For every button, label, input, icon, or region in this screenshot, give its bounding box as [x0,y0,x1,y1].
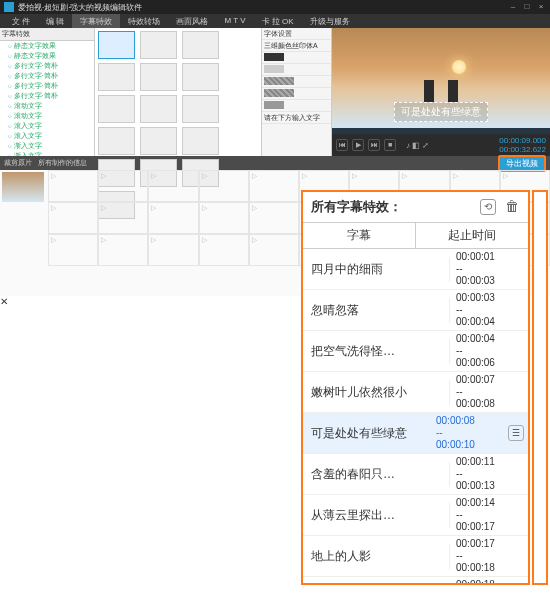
prop-color[interactable] [262,52,331,64]
tree-tab[interactable]: 字幕特效 [0,28,94,41]
menu-subtitle[interactable]: 字幕特效 [72,14,120,28]
tree-node[interactable]: 滚动文字 [0,111,94,121]
tree-node[interactable]: 多行文字·简朴 [0,81,94,91]
menu-edit[interactable]: 编 辑 [38,14,72,28]
tree-node[interactable]: 多行文字·简朴 [0,71,94,81]
preset-cell[interactable] [182,31,219,59]
menu-bar: 文 件 编 辑 字幕特效 特效转场 画面风格 M T V 卡 拉 OK 升级与服… [0,14,550,28]
timeline-slot[interactable] [148,170,198,202]
subtitle-time: 00:00:03--00:00:04 [450,290,528,330]
trash-icon[interactable]: 🗑 [504,199,520,215]
preview-caption[interactable]: 可是处处有些绿意 [394,102,488,122]
figure-silhouette [448,80,458,102]
tree-node[interactable]: 滚动文字 [0,101,94,111]
tree-node[interactable]: 静态文字效果 [0,51,94,61]
prop-colorpick[interactable] [262,100,331,112]
prop-section: 字体设置 [262,28,331,40]
preset-cell[interactable] [98,95,135,123]
back-icon[interactable]: ⟲ [480,199,496,215]
share-icons[interactable]: ♪ ◧ ⤢ [406,141,429,150]
subtitle-row[interactable]: 四月中的细雨00:00:01--00:00:03 [303,249,528,290]
stop-button[interactable]: ■ [384,139,396,151]
timeline-slot[interactable] [249,202,299,234]
subtitle-list[interactable]: 四月中的细雨00:00:01--00:00:03忽晴忽落00:00:03--00… [303,249,528,583]
subtitle-time: 00:00:11--00:00:13 [450,454,528,494]
tree-node[interactable]: 渐入文字 [0,151,94,156]
menu-upgrade[interactable]: 升级与服务 [302,14,358,28]
subtitle-text: 把空气洗得怪… [303,339,450,364]
prop-pattern2[interactable] [262,88,331,100]
prop-shadow[interactable] [262,64,331,76]
preset-cell[interactable] [140,127,177,155]
play-button[interactable]: ▶ [352,139,364,151]
video-preview[interactable]: 可是处处有些绿意 [332,28,550,128]
timeline-slot[interactable] [199,170,249,202]
popup-columns: 字幕 起止时间 [303,223,528,249]
preset-cell[interactable] [182,127,219,155]
prop-font[interactable]: 三维颜色丝印体A [262,40,331,52]
subtitle-time: 00:00:08--00:00:10 [430,413,508,453]
timeline-slot[interactable] [48,170,98,202]
subtitle-row[interactable]: 从薄云里探出…00:00:14--00:00:17 [303,495,528,536]
preset-cell[interactable] [98,63,135,91]
subtitle-text: 可是处处有些绿意 [303,421,430,446]
tree-node[interactable]: 多行文字·简朴 [0,61,94,71]
timeline-slot[interactable] [48,234,98,266]
preset-cell[interactable] [182,63,219,91]
menu-file[interactable]: 文 件 [4,14,38,28]
timeline-slot[interactable] [48,202,98,234]
preset-cell[interactable] [140,95,177,123]
subtitle-row[interactable]: 忽晴忽落00:00:03--00:00:04 [303,290,528,331]
tree-node[interactable]: 滚入文字 [0,131,94,141]
timeline-slot[interactable] [98,170,148,202]
timeline-slot[interactable] [199,234,249,266]
subtitle-row[interactable]: 可是处处有些绿意00:00:08--00:00:10☰ [303,413,528,454]
tree-node[interactable]: 滚入文字 [0,121,94,131]
prop-input[interactable]: 请在下方输入文字 [262,112,331,124]
timeline-slot[interactable] [98,234,148,266]
export-button[interactable]: 导出视频 [498,155,546,172]
minimize-button[interactable]: – [508,2,518,12]
menu-mtv[interactable]: M T V [216,14,253,28]
subtitle-row[interactable]: 树影00:00:18--00:00:19 [303,577,528,583]
subtitle-row[interactable]: 地上的人影00:00:17--00:00:18 [303,536,528,577]
app-title: 爱拍视·超短剧·强大的视频编辑软件 [18,2,142,13]
prop-pattern[interactable] [262,76,331,88]
right-ruler [532,190,548,585]
menu-transition[interactable]: 特效转场 [120,14,168,28]
tree-node[interactable]: 静态文字效果 [0,41,94,51]
maximize-button[interactable]: □ [522,2,532,12]
preset-cell[interactable] [140,31,177,59]
subtitle-row[interactable]: 含羞的春阳只…00:00:11--00:00:13 [303,454,528,495]
timeline-tab-a[interactable]: 裁剪原片 [4,158,32,168]
timeline-slot[interactable] [249,234,299,266]
timeline-slot[interactable] [148,202,198,234]
menu-karaoke[interactable]: 卡 拉 OK [254,14,302,28]
timeline-thumbs [0,170,48,280]
timeline-slot[interactable] [199,202,249,234]
subtitle-text: 四月中的细雨 [303,257,450,282]
preset-cell[interactable] [98,127,135,155]
preset-cell[interactable] [98,31,135,59]
preset-cell[interactable] [182,95,219,123]
subtitle-row[interactable]: 嫩树叶儿依然很小00:00:07--00:00:08 [303,372,528,413]
menu-style[interactable]: 画面风格 [168,14,216,28]
close-button[interactable]: × [536,2,546,12]
next-button[interactable]: ⏭ [368,139,380,151]
subtitle-time: 00:00:01--00:00:03 [450,249,528,289]
tree-node[interactable]: 多行文字·简朴 [0,91,94,101]
subtitle-row[interactable]: 把空气洗得怪…00:00:04--00:00:06 [303,331,528,372]
timeline-tab-b[interactable]: 所有制作的信息 [38,158,87,168]
row-menu-icon[interactable]: ☰ [508,425,524,441]
timeline-slot[interactable] [98,202,148,234]
timeline-slot[interactable] [249,170,299,202]
tree-node[interactable]: 渐入文字 [0,141,94,151]
main-area: 字幕特效 静态文字效果 静态文字效果 多行文字·简朴 多行文字·简朴 多行文字·… [0,28,550,156]
title-bar: 爱拍视·超短剧·强大的视频编辑软件 – □ × [0,0,550,14]
clip-thumbnail[interactable] [2,172,44,202]
timeline-slot[interactable] [148,234,198,266]
preset-cell[interactable] [140,63,177,91]
prev-button[interactable]: ⏮ [336,139,348,151]
subtitle-time: 00:00:14--00:00:17 [450,495,528,535]
col-time: 起止时间 [416,223,528,248]
